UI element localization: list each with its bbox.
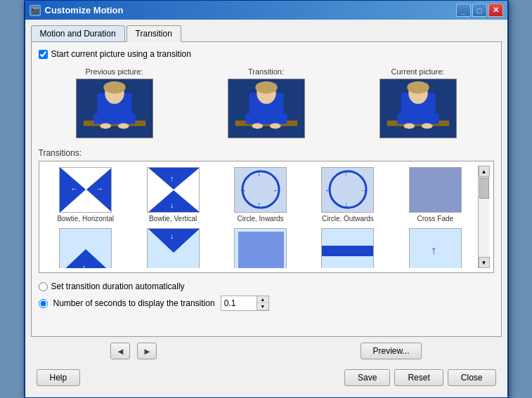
prev-person-svg [77,79,153,138]
svg-rect-44 [410,167,461,213]
bowtie-h-label: Bowtie, Horizontal [57,215,114,223]
help-button[interactable]: Help [37,369,81,386]
svg-point-23 [421,124,432,129]
transitions-grid-wrapper: ← → Bowtie, Horizontal [39,161,494,273]
svg-text:↑: ↑ [82,263,86,268]
nav-prev-button[interactable]: ◄ [110,343,130,359]
svg-rect-52 [238,232,284,268]
footer-buttons: Help Save Reset Close [31,365,502,392]
minimize-button[interactable]: _ [456,4,471,17]
transition-row2-3[interactable] [218,227,302,268]
svg-text:→: → [96,185,103,193]
transition-circle-in[interactable]: ↓ ↑ → ← Circle, Inwards [218,166,302,224]
duration-spinner: 0.1 ▲ ▼ [221,296,269,311]
row2-icon-4 [321,228,374,268]
circle-out-icon: ↑ ↓ ← → [321,167,374,213]
row2-icon-1: ↑ [59,228,112,268]
svg-rect-5 [93,114,135,124]
manual-duration-radio[interactable] [39,299,48,308]
main-window: 🎬 Customize Motion _ □ ✕ Motion and Dura… [24,0,509,398]
scroll-track[interactable] [479,177,489,257]
duration-input[interactable]: 0.1 [221,297,257,310]
svg-text:↑: ↑ [257,200,261,208]
transitions-section: Transitions: ← → [39,148,494,273]
transition-picture-item: Transition: [228,67,305,138]
svg-point-4 [103,81,125,94]
current-picture-item: Current picture: [379,67,457,138]
cross-fade-label: Cross Fade [417,215,453,223]
svg-text:↑: ↑ [344,168,349,177]
previous-picture-label: Previous picture: [86,67,143,76]
tab-transition[interactable]: Transition [126,25,181,42]
reset-button[interactable]: Reset [394,369,443,386]
auto-duration-label: Set transition duration automatically [51,281,185,291]
save-button[interactable]: Save [344,369,390,386]
cross-fade-icon [409,167,462,213]
row2-icon-5: ↑ [409,228,462,268]
circle-in-icon: ↓ ↑ → ← [234,167,287,213]
footer-right-buttons: Save Reset Close [344,369,495,386]
transition-bowtie-v[interactable]: ↑ ↓ Bowtie, Vertical [131,166,215,224]
start-transition-label: Start current picture using a transition [51,49,191,59]
transition-picture-label: Transition: [248,67,284,76]
previous-picture-item: Previous picture: [76,67,153,138]
preview-section: Previous picture: [39,67,494,138]
bottom-buttons: ◄ ► Preview... [31,337,502,365]
nav-next-button[interactable]: ► [137,343,157,359]
row2-icon-2: ↓ [147,228,200,268]
transition-row2-5[interactable]: ↑ [393,227,477,268]
svg-point-20 [407,81,429,94]
window-title: Customize Motion [45,5,124,15]
auto-duration-row: Set transition duration automatically [39,281,494,291]
bowtie-v-label: Bowtie, Vertical [149,215,197,223]
spin-down-button[interactable]: ▼ [257,303,268,310]
current-picture-label: Current picture: [391,67,445,76]
transition-row2-4[interactable] [306,227,390,268]
svg-text:↓: ↓ [257,168,261,177]
svg-text:←: ← [70,185,78,193]
title-buttons: _ □ ✕ [456,4,503,17]
close-window-button[interactable]: ✕ [488,4,503,17]
window-body: Motion and Duration Transition Start cur… [25,20,507,397]
svg-text:→: → [239,186,247,194]
circle-in-label: Circle, Inwards [237,215,283,223]
transition-row2-2[interactable]: ↓ [131,227,215,268]
tab-motion-duration[interactable]: Motion and Duration [31,25,125,41]
scroll-down-button[interactable]: ▼ [479,257,490,268]
svg-text:↑: ↑ [170,174,174,183]
spin-up-button[interactable]: ▲ [257,296,268,303]
maximize-button[interactable]: □ [472,4,487,17]
manual-duration-row: Number of seconds to display the transit… [39,296,494,311]
tabs: Motion and Duration Transition [31,25,502,42]
preview-button[interactable]: Preview... [361,343,421,359]
svg-point-6 [100,124,111,129]
curr-person-svg [380,79,456,138]
auto-duration-radio[interactable] [39,282,48,291]
scroll-up-button[interactable]: ▲ [479,166,490,177]
svg-text:←: ← [273,186,280,194]
svg-point-22 [403,124,415,129]
trans-person-svg [228,79,304,138]
close-button[interactable]: Close [448,369,496,386]
transition-picture-image [228,79,305,138]
transition-cross-fade[interactable]: Cross Fade [393,166,477,224]
svg-point-15 [269,124,280,129]
row2-icon-3 [234,228,287,268]
svg-rect-21 [397,114,439,124]
transition-circle-out[interactable]: ↑ ↓ ← → Circle, Outwards [306,166,390,224]
tab-content: Start current picture using a transition… [31,42,502,337]
scroll-thumb[interactable] [479,178,489,199]
transitions-grid: ← → Bowtie, Horizontal [44,166,478,268]
title-bar: 🎬 Customize Motion _ □ ✕ [25,1,507,20]
transition-bowtie-h[interactable]: ← → Bowtie, Horizontal [44,166,128,224]
svg-point-7 [117,124,129,129]
circle-out-label: Circle, Outwards [322,215,374,223]
manual-duration-label: Number of seconds to display the transit… [53,298,215,308]
transitions-label: Transitions: [39,148,494,158]
transitions-scrollbar: ▲ ▼ [478,166,489,268]
svg-rect-54 [322,246,373,256]
svg-text:↑: ↑ [431,244,436,256]
start-transition-checkbox[interactable] [39,50,48,59]
svg-text:↓: ↓ [170,232,174,240]
transition-row2-1[interactable]: ↑ [44,227,128,268]
